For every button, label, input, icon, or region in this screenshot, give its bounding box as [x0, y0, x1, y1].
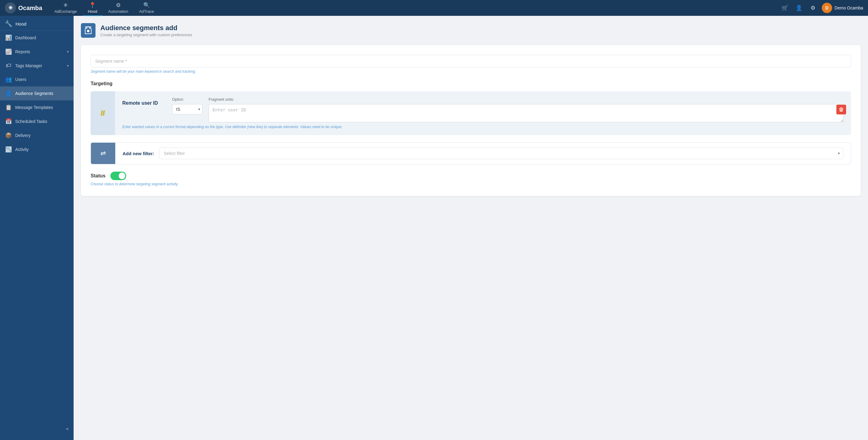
settings-button[interactable]: ⚙	[808, 3, 818, 13]
nav-adtrace[interactable]: 🔍 AdTrace	[134, 0, 159, 16]
user-info[interactable]: D Demo Ocamba	[822, 3, 863, 13]
sidebar-collapse-button[interactable]: «	[0, 422, 73, 435]
filter-label-icon: #	[100, 108, 105, 118]
option-select[interactable]: IS IS NOT	[172, 104, 203, 114]
nav-hood[interactable]: 📍 Hood	[83, 0, 102, 16]
nav-adexchange-label: AdExchange	[55, 9, 77, 14]
add-filter-content: Add new filter: Select filter ▾	[115, 143, 851, 164]
targeting-field-row: Remote user ID Option: IS IS NOT	[122, 97, 844, 122]
page-title: Audience segments add	[100, 24, 192, 32]
audience-segments-icon: 👤	[5, 90, 12, 97]
users-label: Users	[15, 77, 69, 82]
sidebar-item-delivery[interactable]: 📦 Delivery	[0, 128, 73, 142]
tags-manager-chevron-icon: ▾	[67, 64, 69, 68]
message-templates-label: Message Templates	[15, 105, 69, 110]
sidebar-item-dashboard[interactable]: 📊 Dashboard	[0, 31, 73, 45]
nav-hood-label: Hood	[88, 9, 97, 14]
status-label: Status	[91, 173, 105, 179]
delivery-icon: 📦	[5, 132, 12, 139]
adtrace-icon: 🔍	[143, 2, 150, 8]
top-nav-right: 🛒 👤 ⚙ D Demo Ocamba	[780, 3, 863, 13]
reports-chevron-icon: ▾	[67, 50, 69, 54]
hood-icon: 📍	[89, 2, 96, 8]
adexchange-icon: ✳	[63, 2, 68, 8]
form-card: Segment name will be your main keyword i…	[81, 45, 861, 196]
top-nav: ✳ Ocamba ✳ AdExchange 📍 Hood ⚙ Automatio…	[0, 0, 868, 16]
profile-button[interactable]: 👤	[794, 3, 804, 13]
automation-icon: ⚙	[116, 2, 121, 8]
sidebar-section-icon: 🔧	[5, 20, 12, 27]
add-filter-block: ⇌ Add new filter: Select filter ▾	[91, 142, 851, 164]
scheduled-tasks-icon: 📅	[5, 118, 12, 125]
page-header: Audience segments add Create a targeting…	[81, 23, 861, 38]
username-label: Demo Ocamba	[835, 5, 863, 10]
targeting-label-col: #	[91, 91, 115, 135]
main-layout: 🔧 Hood 📊 Dashboard 📈 Reports ▾ 🏷 Tags Ma…	[0, 16, 868, 440]
app-logo[interactable]: ✳ Ocamba	[5, 2, 42, 13]
targeting-hint: Enter wanted values in a correct format …	[122, 125, 844, 129]
logo-icon: ✳	[5, 2, 16, 13]
sidebar-section-title: Hood	[16, 21, 27, 27]
cart-button[interactable]: 🛒	[780, 3, 790, 13]
page-header-text: Audience segments add Create a targeting…	[100, 24, 192, 37]
targeting-field-name: Remote user ID	[122, 97, 165, 106]
avatar: D	[822, 3, 832, 13]
sidebar: 🔧 Hood 📊 Dashboard 📈 Reports ▾ 🏷 Tags Ma…	[0, 16, 73, 440]
add-filter-icon: ⇌	[100, 149, 106, 157]
tags-manager-label: Tags Manager	[15, 63, 64, 68]
sidebar-item-activity[interactable]: 📉 Activity	[0, 142, 73, 156]
dashboard-icon: 📊	[5, 34, 12, 41]
nav-automation[interactable]: ⚙ Automation	[103, 0, 133, 16]
activity-label: Activity	[15, 147, 69, 152]
reports-label: Reports	[15, 49, 64, 54]
fragment-units-group: Fragment units:	[209, 97, 844, 122]
filter-select[interactable]: Select filter	[159, 148, 843, 159]
segment-name-hint: Segment name will be your main keyword i…	[91, 69, 851, 74]
delete-filter-button[interactable]	[836, 105, 846, 114]
sidebar-item-tags-manager[interactable]: 🏷 Tags Manager ▾	[0, 59, 73, 72]
reports-icon: 📈	[5, 48, 12, 55]
option-label: Option:	[172, 97, 203, 101]
targeting-options: Option: IS IS NOT ▾	[172, 97, 844, 122]
targeting-block: # Remote user ID Option: IS	[91, 91, 851, 135]
sidebar-item-scheduled-tasks[interactable]: 📅 Scheduled Tasks	[0, 114, 73, 128]
targeting-section-title: Targeting	[91, 81, 851, 86]
svg-point-0	[87, 30, 89, 32]
targeting-row: # Remote user ID Option: IS	[91, 91, 851, 135]
status-toggle[interactable]	[111, 172, 126, 180]
add-filter-icon-col: ⇌	[91, 143, 115, 164]
option-group: Option: IS IS NOT ▾	[172, 97, 203, 122]
message-templates-icon: 📋	[5, 104, 12, 111]
add-filter-label: Add new filter:	[123, 151, 154, 156]
page-header-icon	[81, 23, 95, 38]
filter-select-wrapper: Select filter ▾	[159, 148, 843, 159]
segment-name-input[interactable]	[91, 55, 851, 67]
users-icon: 👥	[5, 76, 12, 83]
sidebar-item-reports[interactable]: 📈 Reports ▾	[0, 45, 73, 59]
nav-automation-label: Automation	[108, 9, 128, 14]
collapse-icon: «	[66, 426, 69, 432]
scheduled-tasks-label: Scheduled Tasks	[15, 119, 69, 124]
page-subtitle: Create a targeting segment with custom p…	[100, 33, 192, 37]
nav-adexchange[interactable]: ✳ AdExchange	[50, 0, 82, 16]
status-row: Status	[91, 172, 851, 180]
sidebar-item-audience-segments[interactable]: 👤 Audience Segments	[0, 86, 73, 100]
segment-name-group: Segment name will be your main keyword i…	[91, 55, 851, 74]
activity-icon: 📉	[5, 146, 12, 153]
delivery-label: Delivery	[15, 133, 69, 138]
fragment-units-label: Fragment units:	[209, 97, 844, 101]
option-select-wrapper: IS IS NOT ▾	[172, 104, 203, 114]
audience-segments-label: Audience Segments	[15, 91, 69, 96]
status-hint: Choose status to determine targeting seg…	[91, 182, 851, 186]
dashboard-label: Dashboard	[15, 35, 69, 40]
nav-adtrace-label: AdTrace	[139, 9, 154, 14]
sidebar-item-users[interactable]: 👥 Users	[0, 72, 73, 86]
top-nav-items: ✳ AdExchange 📍 Hood ⚙ Automation 🔍 AdTra…	[50, 0, 780, 16]
targeting-content: Remote user ID Option: IS IS NOT	[115, 91, 851, 135]
app-name: Ocamba	[18, 5, 42, 11]
fragment-textarea[interactable]	[209, 104, 844, 122]
tags-manager-icon: 🏷	[5, 62, 12, 69]
status-section: Status Choose status to determine target…	[91, 172, 851, 186]
sidebar-item-message-templates[interactable]: 📋 Message Templates	[0, 100, 73, 114]
sidebar-header: 🔧 Hood	[0, 16, 73, 31]
